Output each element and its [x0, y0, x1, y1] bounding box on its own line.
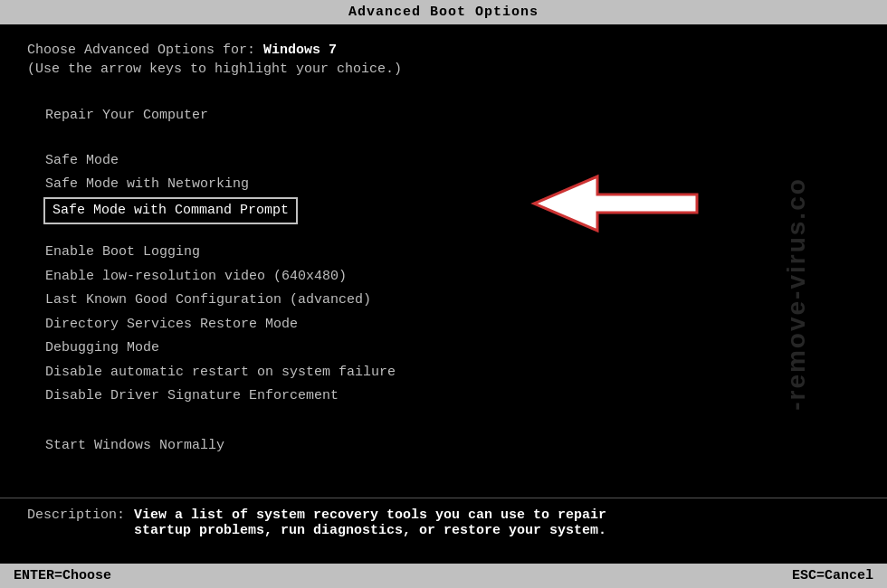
- safe-mode-section: Safe Mode Safe Mode with Networking Safe…: [27, 149, 860, 225]
- boot-logging-item[interactable]: Enable Boot Logging: [45, 241, 860, 265]
- disable-driver-item[interactable]: Disable Driver Signature Enforcement: [45, 384, 860, 409]
- low-res-item[interactable]: Enable low-resolution video (640x480): [45, 265, 860, 289]
- safe-mode-networking-item[interactable]: Safe Mode with Networking: [45, 173, 860, 197]
- title-text: Advanced Boot Options: [348, 5, 539, 20]
- header-prefix: Choose Advanced Options for:: [27, 43, 263, 58]
- esc-label: ESC=Cancel: [792, 568, 873, 583]
- options-section: Enable Boot Logging Enable low-resolutio…: [27, 241, 860, 409]
- header-line2: (Use the arrow keys to highlight your ch…: [27, 62, 860, 77]
- directory-services-item[interactable]: Directory Services Restore Mode: [45, 313, 860, 337]
- debugging-mode-item[interactable]: Debugging Mode: [45, 337, 860, 361]
- safe-mode-item[interactable]: Safe Mode: [45, 149, 860, 174]
- safe-mode-command-item[interactable]: Safe Mode with Command Prompt: [43, 197, 298, 225]
- repair-item[interactable]: Repair Your Computer: [45, 104, 860, 128]
- header-os: Windows 7: [263, 43, 337, 58]
- description-area: Description: View a list of system recov…: [0, 498, 887, 547]
- main-content: Choose Advanced Options for: Windows 7 (…: [0, 24, 887, 483]
- bottom-bar: ENTER=Choose ESC=Cancel: [0, 564, 887, 588]
- repair-section: Repair Your Computer: [27, 104, 860, 128]
- title-bar: Advanced Boot Options: [0, 0, 887, 24]
- description-row: Description: View a list of system recov…: [27, 507, 860, 538]
- start-windows-section: Start Windows Normally: [27, 434, 860, 459]
- description-text-block: View a list of system recovery tools you…: [134, 507, 606, 538]
- disable-restart-item[interactable]: Disable automatic restart on system fail…: [45, 361, 860, 385]
- header-line1: Choose Advanced Options for: Windows 7: [27, 43, 860, 58]
- description-line2: startup problems, run diagnostics, or re…: [134, 523, 606, 538]
- description-label: Description:: [27, 507, 125, 538]
- description-line1: View a list of system recovery tools you…: [134, 507, 606, 523]
- last-known-good-item[interactable]: Last Known Good Configuration (advanced): [45, 289, 860, 313]
- enter-label: ENTER=Choose: [14, 568, 111, 583]
- start-windows-item[interactable]: Start Windows Normally: [45, 434, 860, 459]
